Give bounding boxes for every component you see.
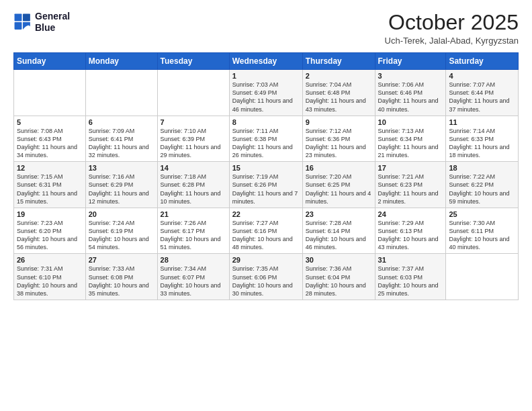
calendar-table: SundayMondayTuesdayWednesdayThursdayFrid… [13,52,519,300]
calendar-cell: 26Sunrise: 7:31 AM Sunset: 6:10 PM Dayli… [14,254,86,300]
calendar-cell: 24Sunrise: 7:29 AM Sunset: 6:13 PM Dayli… [375,208,446,254]
calendar-cell: 1Sunrise: 7:03 AM Sunset: 6:49 PM Daylig… [229,70,302,116]
day-number: 8 [232,118,300,126]
col-header-sunday: Sunday [14,53,86,70]
calendar-cell: 22Sunrise: 7:27 AM Sunset: 6:16 PM Dayli… [229,208,302,254]
day-info: Sunrise: 7:23 AM Sunset: 6:20 PM Dayligh… [17,219,83,252]
col-header-tuesday: Tuesday [157,53,229,70]
day-number: 10 [378,118,443,126]
calendar-cell: 4Sunrise: 7:07 AM Sunset: 6:44 PM Daylig… [446,70,519,116]
calendar-cell: 23Sunrise: 7:28 AM Sunset: 6:14 PM Dayli… [302,208,375,254]
calendar-header-row: SundayMondayTuesdayWednesdayThursdayFrid… [14,53,519,70]
calendar-cell: 16Sunrise: 7:20 AM Sunset: 6:25 PM Dayli… [302,162,375,208]
logo-text: General Blue [35,11,70,34]
day-info: Sunrise: 7:21 AM Sunset: 6:23 PM Dayligh… [378,173,443,205]
calendar-cell: 19Sunrise: 7:23 AM Sunset: 6:20 PM Dayli… [14,208,86,254]
day-info: Sunrise: 7:14 AM Sunset: 6:33 PM Dayligh… [449,127,515,160]
day-number: 30 [306,256,372,264]
calendar-week-row: 26Sunrise: 7:31 AM Sunset: 6:10 PM Dayli… [14,254,519,300]
col-header-thursday: Thursday [302,53,375,70]
logo-icon [13,13,32,32]
day-info: Sunrise: 7:37 AM Sunset: 6:03 PM Dayligh… [378,265,443,298]
calendar-cell: 17Sunrise: 7:21 AM Sunset: 6:23 PM Dayli… [375,162,446,208]
day-info: Sunrise: 7:10 AM Sunset: 6:39 PM Dayligh… [161,127,226,160]
calendar-week-row: 19Sunrise: 7:23 AM Sunset: 6:20 PM Dayli… [14,208,519,254]
day-number: 18 [449,164,515,172]
col-header-wednesday: Wednesday [229,53,302,70]
day-number: 17 [378,164,443,172]
day-info: Sunrise: 7:09 AM Sunset: 6:41 PM Dayligh… [89,127,154,160]
day-number: 20 [89,210,154,218]
calendar-cell: 31Sunrise: 7:37 AM Sunset: 6:03 PM Dayli… [375,254,446,300]
logo-line2: Blue [35,22,70,34]
calendar-cell: 8Sunrise: 7:11 AM Sunset: 6:38 PM Daylig… [229,116,302,162]
calendar-week-row: 12Sunrise: 7:15 AM Sunset: 6:31 PM Dayli… [14,162,519,208]
calendar-cell [14,70,86,116]
calendar-cell: 18Sunrise: 7:22 AM Sunset: 6:22 PM Dayli… [446,162,519,208]
day-number: 16 [306,164,372,172]
calendar-cell [446,254,519,300]
calendar-cell: 7Sunrise: 7:10 AM Sunset: 6:39 PM Daylig… [157,116,229,162]
calendar-cell [85,70,157,116]
calendar-cell: 14Sunrise: 7:18 AM Sunset: 6:28 PM Dayli… [157,162,229,208]
day-info: Sunrise: 7:28 AM Sunset: 6:14 PM Dayligh… [306,219,372,252]
day-info: Sunrise: 7:12 AM Sunset: 6:36 PM Dayligh… [306,127,372,160]
day-number: 19 [17,210,83,218]
calendar-cell: 29Sunrise: 7:35 AM Sunset: 6:06 PM Dayli… [229,254,302,300]
day-number: 4 [449,72,515,80]
calendar-cell [157,70,229,116]
calendar-cell: 11Sunrise: 7:14 AM Sunset: 6:33 PM Dayli… [446,116,519,162]
day-info: Sunrise: 7:27 AM Sunset: 6:16 PM Dayligh… [232,219,300,252]
day-info: Sunrise: 7:19 AM Sunset: 6:26 PM Dayligh… [232,173,300,205]
calendar-cell: 2Sunrise: 7:04 AM Sunset: 6:48 PM Daylig… [302,70,375,116]
day-number: 24 [378,210,443,218]
day-number: 21 [161,210,226,218]
day-number: 28 [161,256,226,264]
title-block: October 2025 Uch-Terek, Jalal-Abad, Kyrg… [385,11,519,46]
svg-rect-1 [15,22,22,30]
day-number: 15 [232,164,300,172]
day-number: 23 [306,210,372,218]
day-number: 26 [17,256,83,264]
day-number: 12 [17,164,83,172]
day-info: Sunrise: 7:16 AM Sunset: 6:29 PM Dayligh… [89,173,154,205]
svg-rect-0 [15,13,22,21]
day-info: Sunrise: 7:35 AM Sunset: 6:06 PM Dayligh… [232,265,300,298]
day-number: 27 [89,256,154,264]
day-number: 22 [232,210,300,218]
day-info: Sunrise: 7:06 AM Sunset: 6:46 PM Dayligh… [378,81,443,113]
day-number: 31 [378,256,443,264]
col-header-monday: Monday [85,53,157,70]
day-number: 13 [89,164,154,172]
calendar-cell: 15Sunrise: 7:19 AM Sunset: 6:26 PM Dayli… [229,162,302,208]
day-info: Sunrise: 7:13 AM Sunset: 6:34 PM Dayligh… [378,127,443,160]
day-info: Sunrise: 7:11 AM Sunset: 6:38 PM Dayligh… [232,127,300,160]
header: General Blue October 2025 Uch-Terek, Jal… [13,11,519,46]
day-info: Sunrise: 7:07 AM Sunset: 6:44 PM Dayligh… [449,81,515,113]
calendar-cell: 21Sunrise: 7:26 AM Sunset: 6:17 PM Dayli… [157,208,229,254]
calendar-cell: 25Sunrise: 7:30 AM Sunset: 6:11 PM Dayli… [446,208,519,254]
calendar-cell: 30Sunrise: 7:36 AM Sunset: 6:04 PM Dayli… [302,254,375,300]
day-info: Sunrise: 7:31 AM Sunset: 6:10 PM Dayligh… [17,265,83,298]
calendar-cell: 28Sunrise: 7:34 AM Sunset: 6:07 PM Dayli… [157,254,229,300]
calendar-cell: 13Sunrise: 7:16 AM Sunset: 6:29 PM Dayli… [85,162,157,208]
day-number: 5 [17,118,83,126]
day-number: 2 [306,72,372,80]
calendar-week-row: 1Sunrise: 7:03 AM Sunset: 6:49 PM Daylig… [14,70,519,116]
calendar-cell: 27Sunrise: 7:33 AM Sunset: 6:08 PM Dayli… [85,254,157,300]
calendar-cell: 10Sunrise: 7:13 AM Sunset: 6:34 PM Dayli… [375,116,446,162]
day-info: Sunrise: 7:08 AM Sunset: 6:43 PM Dayligh… [17,127,83,160]
logo-line1: General [35,11,70,22]
calendar-cell: 5Sunrise: 7:08 AM Sunset: 6:43 PM Daylig… [14,116,86,162]
day-info: Sunrise: 7:20 AM Sunset: 6:25 PM Dayligh… [306,173,372,205]
day-number: 14 [161,164,226,172]
day-info: Sunrise: 7:34 AM Sunset: 6:07 PM Dayligh… [161,265,226,298]
day-info: Sunrise: 7:33 AM Sunset: 6:08 PM Dayligh… [89,265,154,298]
day-info: Sunrise: 7:24 AM Sunset: 6:19 PM Dayligh… [89,219,154,252]
day-info: Sunrise: 7:15 AM Sunset: 6:31 PM Dayligh… [17,173,83,205]
day-info: Sunrise: 7:03 AM Sunset: 6:49 PM Dayligh… [232,81,300,113]
calendar-cell: 3Sunrise: 7:06 AM Sunset: 6:46 PM Daylig… [375,70,446,116]
day-info: Sunrise: 7:04 AM Sunset: 6:48 PM Dayligh… [306,81,372,113]
calendar-week-row: 5Sunrise: 7:08 AM Sunset: 6:43 PM Daylig… [14,116,519,162]
logo: General Blue [13,11,70,34]
